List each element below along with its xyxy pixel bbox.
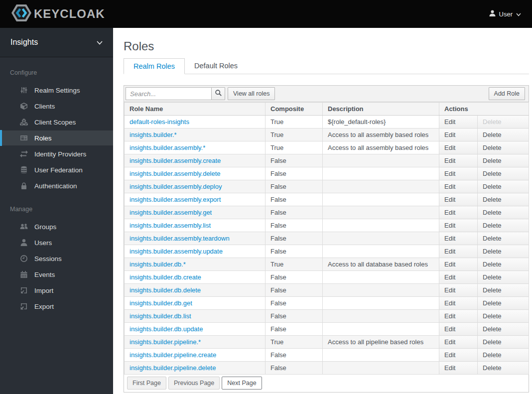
delete-button[interactable]: Delete bbox=[478, 167, 529, 180]
delete-button[interactable]: Delete bbox=[478, 193, 529, 206]
sidebar-item-user-federation[interactable]: User Federation bbox=[0, 162, 113, 178]
edit-button[interactable]: Edit bbox=[439, 362, 478, 375]
role-name-link[interactable]: insights.builder.db.list bbox=[130, 312, 191, 320]
delete-button[interactable]: Delete bbox=[478, 349, 529, 362]
delete-button[interactable]: Delete bbox=[478, 310, 529, 323]
edit-button[interactable]: Edit bbox=[439, 271, 478, 284]
role-name-link[interactable]: insights.builder.assembly.delete bbox=[130, 170, 221, 177]
table-row: insights.builder.db.createFalseEditDelet… bbox=[125, 271, 529, 284]
sidebar-item-clients[interactable]: Clients bbox=[0, 98, 113, 114]
role-name-link[interactable]: insights.builder.assembly.deploy bbox=[130, 183, 222, 190]
next-page-button[interactable]: Next Page bbox=[222, 377, 262, 390]
description-value bbox=[323, 193, 439, 206]
edit-button[interactable]: Edit bbox=[439, 336, 478, 349]
sidebar-item-export[interactable]: Export bbox=[0, 298, 113, 314]
delete-button[interactable]: Delete bbox=[478, 180, 529, 193]
delete-button[interactable]: Delete bbox=[478, 297, 529, 310]
delete-button[interactable]: Delete bbox=[478, 232, 529, 245]
sidebar-item-sessions[interactable]: Sessions bbox=[0, 251, 113, 266]
edit-button[interactable]: Edit bbox=[439, 349, 478, 362]
view-all-roles-button[interactable]: View all roles bbox=[228, 87, 275, 100]
sidebar-item-roles[interactable]: Roles bbox=[0, 130, 113, 146]
role-name-link[interactable]: insights.builder.db.update bbox=[130, 325, 203, 333]
role-name-link[interactable]: insights.builder.assembly.get bbox=[130, 209, 212, 216]
description-value bbox=[323, 349, 439, 362]
previous-page-button[interactable]: Previous Page bbox=[168, 377, 220, 390]
sidebar-item-label: Import bbox=[34, 287, 53, 294]
sidebar-item-users[interactable]: Users bbox=[0, 235, 113, 251]
role-name-link[interactable]: insights.builder.* bbox=[130, 131, 177, 138]
user-menu[interactable]: User bbox=[489, 10, 521, 18]
delete-button[interactable]: Delete bbox=[478, 245, 529, 258]
sidebar-item-events[interactable]: Events bbox=[0, 266, 113, 282]
edit-button[interactable]: Edit bbox=[439, 323, 478, 336]
edit-button[interactable]: Edit bbox=[439, 180, 478, 193]
role-name-link[interactable]: insights.builder.assembly.create bbox=[130, 157, 221, 164]
delete-button[interactable]: Delete bbox=[478, 284, 529, 297]
edit-button[interactable]: Edit bbox=[439, 297, 478, 310]
edit-button[interactable]: Edit bbox=[439, 116, 478, 129]
edit-button[interactable]: Edit bbox=[439, 154, 478, 167]
delete-button[interactable]: Delete bbox=[478, 362, 529, 375]
search-input[interactable] bbox=[126, 87, 211, 100]
edit-button[interactable]: Edit bbox=[439, 284, 478, 297]
edit-button[interactable]: Edit bbox=[439, 310, 478, 323]
description-value bbox=[323, 154, 439, 167]
role-name-link[interactable]: insights.builder.assembly.list bbox=[130, 222, 211, 229]
sidebar-item-import[interactable]: Import bbox=[0, 282, 113, 298]
sidebar-item-realm-settings[interactable]: Realm Settings bbox=[0, 82, 113, 98]
delete-button[interactable]: Delete bbox=[478, 116, 529, 129]
role-name-link[interactable]: insights.builder.db.get bbox=[130, 299, 192, 307]
role-name-link[interactable]: insights.builder.db.* bbox=[130, 261, 186, 268]
search-button[interactable] bbox=[211, 87, 225, 100]
edit-button[interactable]: Edit bbox=[439, 245, 478, 258]
sidebar-item-client-scopes[interactable]: Client Scopes bbox=[0, 114, 113, 130]
delete-button[interactable]: Delete bbox=[478, 154, 529, 167]
tab-realm-roles[interactable]: Realm Roles bbox=[124, 58, 185, 74]
role-name-link[interactable]: insights.builder.assembly.update bbox=[130, 248, 223, 255]
role-name-link[interactable]: insights.builder.pipeline.create bbox=[130, 351, 216, 359]
sidebar-nav: ConfigureRealm SettingsClientsClient Sco… bbox=[0, 57, 113, 314]
role-name-link[interactable]: default-roles-insights bbox=[130, 118, 189, 126]
delete-button[interactable]: Delete bbox=[478, 129, 529, 141]
realm-selector[interactable]: Insights bbox=[0, 28, 113, 57]
tab-default-roles[interactable]: Default Roles bbox=[185, 58, 247, 74]
role-name-link[interactable]: insights.builder.pipeline.delete bbox=[130, 364, 216, 372]
delete-button[interactable]: Delete bbox=[478, 323, 529, 336]
delete-button[interactable]: Delete bbox=[478, 258, 529, 271]
sidebar-item-label: Events bbox=[34, 271, 55, 278]
edit-button[interactable]: Edit bbox=[439, 193, 478, 206]
table-row: insights.builder.db.*TrueAccess to all d… bbox=[125, 258, 529, 271]
edit-button[interactable]: Edit bbox=[439, 141, 478, 154]
edit-button[interactable]: Edit bbox=[439, 129, 478, 141]
sidebar-item-identity-providers[interactable]: Identity Providers bbox=[0, 146, 113, 162]
role-name-link[interactable]: insights.builder.pipeline.* bbox=[130, 338, 201, 346]
role-name-link[interactable]: insights.builder.db.create bbox=[130, 273, 201, 281]
role-name-link[interactable]: insights.builder.assembly.teardown bbox=[130, 235, 230, 242]
table-toolbar: View all roles Add Role bbox=[124, 86, 529, 102]
user-icon bbox=[489, 10, 496, 18]
delete-button[interactable]: Delete bbox=[478, 219, 529, 232]
tabs: Realm RolesDefault Roles bbox=[124, 58, 529, 74]
delete-button[interactable]: Delete bbox=[478, 271, 529, 284]
edit-button[interactable]: Edit bbox=[439, 258, 478, 271]
role-name-link[interactable]: insights.builder.assembly.* bbox=[130, 144, 205, 151]
edit-button[interactable]: Edit bbox=[439, 206, 478, 219]
role-name-link[interactable]: insights.builder.db.delete bbox=[130, 286, 201, 294]
sidebar-item-groups[interactable]: Groups bbox=[0, 219, 113, 235]
first-page-button[interactable]: First Page bbox=[127, 377, 166, 390]
delete-button[interactable]: Delete bbox=[478, 141, 529, 154]
delete-button[interactable]: Delete bbox=[478, 336, 529, 349]
edit-button[interactable]: Edit bbox=[439, 219, 478, 232]
sidebar-item-authentication[interactable]: Authentication bbox=[0, 178, 113, 194]
delete-button[interactable]: Delete bbox=[478, 206, 529, 219]
keycloak-logo[interactable]: KEYCLOAK bbox=[11, 3, 105, 24]
role-name-link[interactable]: insights.builder.assembly.export bbox=[130, 196, 221, 203]
add-role-button[interactable]: Add Role bbox=[489, 87, 525, 100]
edit-button[interactable]: Edit bbox=[439, 167, 478, 180]
import-icon bbox=[19, 286, 28, 294]
description-value bbox=[323, 245, 439, 258]
edit-button[interactable]: Edit bbox=[439, 232, 478, 245]
roles-list-icon bbox=[19, 134, 28, 142]
roles-table: Role Name Composite Description Actions … bbox=[124, 102, 529, 375]
